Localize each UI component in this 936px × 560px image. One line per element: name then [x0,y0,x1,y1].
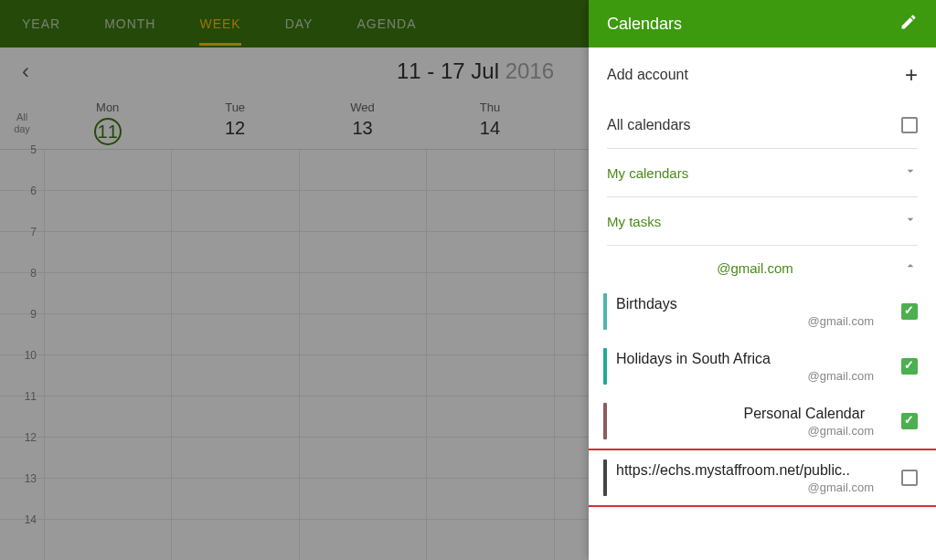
calendar-item[interactable]: https://echs.mystaffroom.net/public..@gm… [589,449,936,507]
plus-icon: + [905,62,918,88]
edit-icon[interactable] [899,13,918,35]
calendar-item[interactable]: Holidays in South Africa@gmail.com [589,339,936,394]
calendar-text: https://echs.mystaffroom.net/public..@gm… [616,462,892,494]
my-tasks-label: My tasks [607,214,661,229]
calendar-email: @gmail.com [616,481,892,494]
calendar-text: Birthdays@gmail.com [616,296,892,328]
calendar-checkbox[interactable] [901,358,918,375]
calendar-text: Holidays in South Africa@gmail.com [616,351,892,383]
my-tasks-section[interactable]: My tasks [589,197,936,245]
calendar-item[interactable]: Personal Calendar@gmail.com [589,394,936,449]
calendar-email: @gmail.com [616,314,892,328]
calendars-panel: Calendars Add account + All calendars My… [589,0,936,560]
calendar-text: Personal Calendar@gmail.com [616,406,892,438]
calendar-color-bar [603,348,607,385]
calendar-name: Personal Calendar [616,406,892,422]
account-section[interactable]: @gmail.com [589,246,936,284]
calendar-color-bar [603,293,607,330]
all-calendars-row[interactable]: All calendars [589,102,936,148]
chevron-down-icon [903,164,918,182]
calendar-email: @gmail.com [616,424,892,438]
panel-header: Calendars [589,0,936,48]
chevron-down-icon [903,212,918,230]
all-calendars-checkbox[interactable] [901,117,918,133]
calendar-color-bar [603,460,607,496]
chevron-up-icon [903,259,918,277]
account-label: @gmail.com [607,260,903,276]
calendar-name: https://echs.mystaffroom.net/public.. [616,462,892,479]
add-account-row[interactable]: Add account + [589,48,936,102]
my-calendars-label: My calendars [607,165,688,181]
calendar-color-bar [603,403,607,439]
panel-body: Add account + All calendars My calendars… [589,48,936,560]
calendar-name: Holidays in South Africa [616,351,892,367]
all-calendars-label: All calendars [607,117,691,133]
calendar-checkbox[interactable] [901,413,918,429]
calendar-checkbox[interactable] [901,470,918,486]
calendar-item[interactable]: Birthdays@gmail.com [589,284,936,339]
calendar-list: Birthdays@gmail.comHolidays in South Afr… [589,284,936,507]
calendar-checkbox[interactable] [901,303,918,320]
panel-title: Calendars [607,15,682,34]
my-calendars-section[interactable]: My calendars [589,149,936,196]
add-account-label: Add account [607,67,688,83]
calendar-name: Birthdays [616,296,892,312]
calendar-email: @gmail.com [616,369,892,383]
